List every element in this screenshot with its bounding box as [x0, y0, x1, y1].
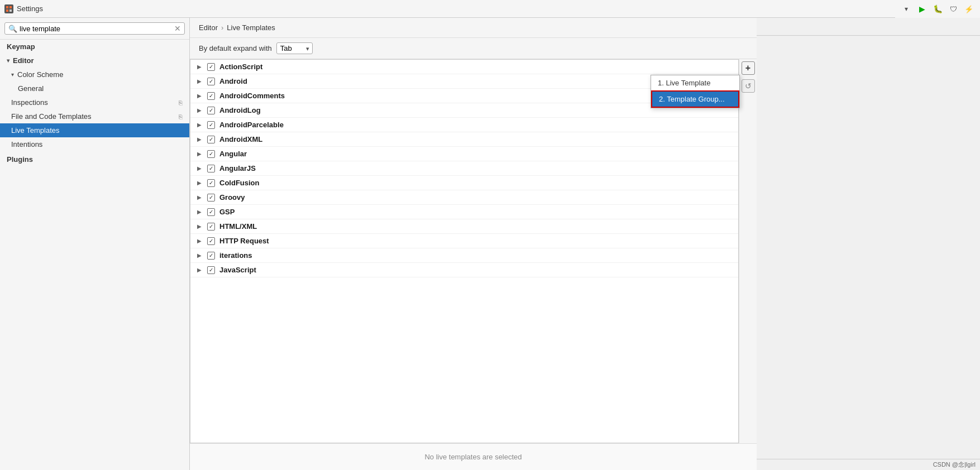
- item-expand-arrow: ▶: [197, 78, 203, 84]
- sidebar-item-file-code-templates[interactable]: File and Code Templates ⎘: [0, 109, 189, 123]
- template-item[interactable]: ▶ GSP: [190, 205, 738, 219]
- template-item[interactable]: ▶ AngularJS: [190, 161, 738, 176]
- item-checkbox[interactable]: [207, 92, 215, 100]
- item-expand-arrow: ▶: [197, 165, 203, 171]
- item-expand-arrow: ▶: [197, 107, 203, 113]
- inspections-label: Inspections: [11, 98, 48, 107]
- sidebar-item-editor[interactable]: ▾ Editor: [0, 54, 189, 68]
- dropdown-arrow-icon: ▾: [905, 5, 908, 13]
- dropdown-item-live-template[interactable]: 1. Live Template: [651, 75, 739, 90]
- ide-right-panel: CSDN @念|lgirl: [757, 18, 980, 470]
- item-checkbox[interactable]: [207, 78, 215, 85]
- item-expand-arrow: ▶: [197, 194, 203, 200]
- file-code-templates-icon: ⎘: [179, 113, 183, 120]
- item-expand-arrow: ▶: [197, 252, 203, 258]
- expand-with-label: By default expand with: [199, 44, 272, 52]
- sidebar-item-general[interactable]: General: [0, 81, 189, 95]
- content-area: Editor › Live Templates By default expan…: [190, 18, 757, 470]
- intentions-label: Intentions: [11, 140, 42, 148]
- ide-status-bar: CSDN @念|lgirl: [757, 459, 980, 470]
- item-checkbox[interactable]: [207, 194, 215, 202]
- item-checkbox[interactable]: [207, 208, 215, 216]
- coverage-button[interactable]: 🛡: [946, 2, 960, 16]
- search-wrapper: 🔍 ✕: [4, 22, 185, 35]
- item-checkbox[interactable]: [207, 237, 215, 245]
- title-bar-left: Settings: [4, 4, 43, 13]
- item-name: AndroidXML: [219, 135, 262, 143]
- no-selection-text: No live templates are selected: [424, 453, 522, 461]
- ide-toolbar-right: ▾ ▶ 🐛 🛡 ⚡: [895, 0, 980, 18]
- template-item[interactable]: ▶ ActionScript: [190, 60, 738, 74]
- add-button[interactable]: +: [742, 61, 755, 75]
- svg-rect-1: [9, 6, 12, 8]
- item-checkbox[interactable]: [207, 121, 215, 129]
- clear-search-button[interactable]: ✕: [174, 24, 181, 33]
- breadcrumb-separator: ›: [221, 23, 223, 32]
- template-item[interactable]: ▶ HTTP Request: [190, 234, 738, 248]
- dropdown-arrow-btn[interactable]: ▾: [900, 2, 913, 16]
- file-code-templates-label: File and Code Templates: [11, 112, 92, 121]
- app-icon: [4, 4, 13, 13]
- no-selection-area: No live templates are selected: [190, 443, 757, 470]
- item-name: JavaScript: [219, 266, 256, 274]
- item-name: AndroidParcelable: [219, 121, 284, 129]
- item-expand-arrow: ▶: [197, 180, 203, 186]
- template-item[interactable]: ▶ iterations: [190, 248, 738, 263]
- item-expand-arrow: ▶: [197, 209, 203, 215]
- profile-icon: ⚡: [964, 5, 973, 13]
- undo-button[interactable]: ↺: [742, 79, 755, 93]
- sidebar-item-inspections[interactable]: Inspections ⎘: [0, 95, 189, 109]
- item-name: Android: [219, 77, 247, 85]
- svg-rect-2: [6, 9, 8, 12]
- item-expand-arrow: ▶: [197, 151, 203, 157]
- item-checkbox[interactable]: [207, 136, 215, 143]
- expand-select[interactable]: Tab Space Enter: [276, 42, 313, 54]
- plugins-label: Plugins: [7, 155, 33, 164]
- sidebar-item-live-templates[interactable]: Live Templates: [0, 123, 189, 137]
- item-expand-arrow: ▶: [197, 93, 203, 99]
- sidebar: 🔍 ✕ Keymap ▾ Editor ▾ Color Scheme Gener…: [0, 18, 190, 470]
- item-checkbox[interactable]: [207, 63, 215, 71]
- sidebar-item-plugins[interactable]: Plugins: [0, 152, 189, 166]
- template-group-option: 2. Template Group...: [659, 95, 725, 103]
- template-item[interactable]: ▶ JavaScript: [190, 263, 738, 277]
- profile-button[interactable]: ⚡: [962, 2, 976, 16]
- sidebar-item-keymap[interactable]: Keymap: [0, 40, 189, 54]
- general-label: General: [18, 84, 44, 93]
- item-checkbox[interactable]: [207, 223, 215, 231]
- item-checkbox[interactable]: [207, 107, 215, 114]
- bug-icon: 🐛: [933, 4, 943, 13]
- breadcrumb-part2: Live Templates: [227, 23, 275, 32]
- ide-status-text: CSDN @念|lgirl: [933, 461, 976, 469]
- template-item[interactable]: ▶ Groovy: [190, 190, 738, 205]
- item-name: ColdFusion: [219, 179, 260, 187]
- item-name: iterations: [219, 251, 252, 260]
- breadcrumb: Editor › Live Templates: [190, 18, 757, 38]
- template-item[interactable]: ▶ AndroidParcelable: [190, 118, 738, 132]
- item-checkbox[interactable]: [207, 165, 215, 172]
- inspections-icon: ⎘: [179, 99, 183, 106]
- svg-rect-0: [6, 6, 8, 8]
- template-item[interactable]: ▶ AndroidXML: [190, 132, 738, 147]
- title-bar: Settings — ✕ ▾ ▶ 🐛 🛡 ⚡: [0, 0, 980, 18]
- item-checkbox[interactable]: [207, 150, 215, 158]
- sidebar-item-intentions[interactable]: Intentions: [0, 137, 189, 151]
- keymap-label: Keymap: [7, 42, 35, 51]
- debug-button[interactable]: 🐛: [931, 2, 944, 16]
- item-expand-arrow: ▶: [197, 238, 203, 244]
- item-checkbox[interactable]: [207, 179, 215, 187]
- run-button[interactable]: ▶: [915, 2, 929, 16]
- item-name: AngularJS: [219, 164, 256, 172]
- template-item[interactable]: ▶ HTML/XML: [190, 219, 738, 234]
- template-item[interactable]: ▶ Angular: [190, 147, 738, 161]
- sidebar-item-color-scheme[interactable]: ▾ Color Scheme: [0, 68, 189, 81]
- search-input[interactable]: [20, 25, 172, 33]
- item-checkbox[interactable]: [207, 266, 215, 274]
- item-expand-arrow: ▶: [197, 64, 203, 70]
- template-item[interactable]: ▶ ColdFusion: [190, 176, 738, 190]
- dropdown-item-template-group[interactable]: 2. Template Group...: [651, 90, 739, 108]
- editor-label: Editor: [13, 56, 34, 65]
- live-template-option: 1. Live Template: [658, 79, 710, 87]
- item-checkbox[interactable]: [207, 252, 215, 260]
- add-dropdown-popup: 1. Live Template 2. Template Group...: [651, 75, 740, 108]
